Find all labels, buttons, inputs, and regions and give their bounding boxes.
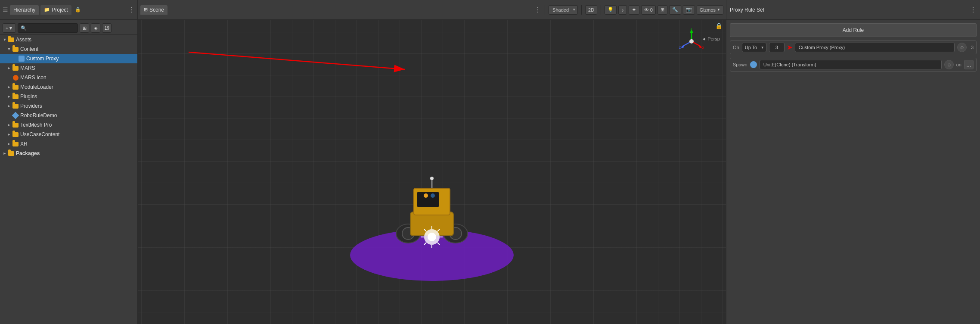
axis-gizmo: y x z bbox=[679, 28, 704, 54]
svg-line-19 bbox=[424, 243, 426, 245]
tree-item-robo-rule-demo[interactable]: RoboRuleDemo bbox=[0, 111, 137, 120]
scene-header: ⊞ Scene ⋮ Shaded 2D 💡 ♪ ✦ 👁 0 bbox=[138, 0, 726, 19]
svg-point-10 bbox=[430, 177, 434, 180]
svg-point-32 bbox=[689, 39, 694, 44]
eye-dropdown[interactable]: 👁 0 bbox=[641, 5, 656, 15]
arrow-mars-icon bbox=[6, 75, 12, 81]
hash-icon: ⊞ bbox=[144, 7, 148, 12]
arrow-providers bbox=[6, 103, 12, 109]
search-input[interactable] bbox=[28, 25, 75, 31]
grid-dropdown[interactable]: ⊞ bbox=[657, 5, 667, 15]
rule-object-field: Custom Proxy (Proxy) bbox=[795, 43, 955, 52]
hierarchy-header: ☰ Hierarchy 📁 Project 🔒 ⋮ bbox=[0, 0, 137, 19]
add-rule-button[interactable]: Add Rule bbox=[730, 23, 977, 37]
tab-hierarchy[interactable]: Hierarchy bbox=[10, 5, 39, 15]
rule-number-badge: 3 bbox=[971, 45, 974, 50]
condition-dropdown[interactable]: Up To bbox=[742, 43, 766, 52]
project-tab-label: Project bbox=[52, 7, 68, 13]
rule-number-input[interactable] bbox=[769, 43, 785, 52]
more-icon-scene[interactable]: ⋮ bbox=[534, 6, 541, 14]
tree-item-mars[interactable]: MARS bbox=[0, 63, 137, 73]
label-providers: Providers bbox=[20, 103, 42, 109]
wrench-icon: 🔧 bbox=[672, 7, 678, 12]
axis-gizmo-svg: y x z bbox=[679, 28, 704, 54]
gizmos-arrow: ▼ bbox=[717, 8, 720, 12]
search-box[interactable]: 🔍 bbox=[18, 23, 78, 33]
wrench-button[interactable]: 🔧 bbox=[669, 5, 681, 15]
sphere-icon-mars bbox=[12, 74, 19, 81]
rule-object-label: Custom Proxy (Proxy) bbox=[799, 45, 845, 50]
cube-icon-custom-proxy bbox=[18, 55, 25, 62]
shaded-dropdown-wrapper[interactable]: Shaded bbox=[549, 5, 578, 15]
rule-target-button[interactable]: ⊙ bbox=[957, 43, 967, 52]
effects-button[interactable]: ✦ bbox=[629, 5, 639, 15]
light-button[interactable]: 💡 bbox=[605, 5, 617, 15]
arrow-plugins bbox=[6, 93, 12, 100]
spawn-object-field: UnitE(Clone) (Transform) bbox=[760, 60, 942, 69]
spawn-more-button[interactable]: ... bbox=[964, 60, 974, 69]
svg-rect-34 bbox=[754, 65, 756, 67]
gizmos-button[interactable]: Gizmos ▼ bbox=[697, 5, 723, 15]
transform-icon-svg bbox=[751, 62, 756, 67]
label-xr: XR bbox=[20, 141, 28, 147]
label-textmesh: TextMesh Pro bbox=[20, 122, 52, 128]
more-icon-hierarchy[interactable]: ⋮ bbox=[128, 6, 135, 14]
folder-icon-content bbox=[12, 46, 19, 53]
tab-scene[interactable]: ⊞ Scene bbox=[140, 5, 167, 15]
tree-item-xr[interactable]: XR bbox=[0, 139, 137, 149]
arrow-use-case bbox=[6, 131, 12, 137]
sound-button[interactable]: ♪ bbox=[618, 5, 627, 15]
tree-item-packages[interactable]: Packages bbox=[0, 149, 137, 158]
condition-dropdown-wrapper[interactable]: Up To bbox=[742, 43, 766, 52]
tree-item-assets[interactable]: Assets bbox=[0, 35, 137, 44]
label-mars-icon: MARS Icon bbox=[20, 75, 47, 81]
menu-icon: ☰ bbox=[3, 6, 8, 13]
main-content: +▼ 🔍 ⊞ ◈ 19 Assets bbox=[0, 20, 980, 324]
arrow-module-loader bbox=[6, 84, 12, 90]
filter-btn[interactable]: ◈ bbox=[91, 23, 100, 33]
search-icon: 🔍 bbox=[21, 25, 27, 31]
proxy-panel-header: Proxy Rule Set ⋮ bbox=[726, 0, 980, 19]
arrow-content bbox=[6, 46, 12, 52]
spawn-target-button[interactable]: ⊙ bbox=[944, 60, 954, 69]
persp-label: ◄ Persp bbox=[701, 36, 720, 41]
svg-marker-30 bbox=[681, 45, 684, 48]
tree-item-textmesh[interactable]: TextMesh Pro bbox=[0, 120, 137, 130]
tree-item-providers[interactable]: Providers bbox=[0, 101, 137, 111]
label-content: Content bbox=[20, 46, 38, 52]
sep1 bbox=[545, 5, 545, 15]
filter-icon: ◈ bbox=[94, 25, 97, 31]
options-icon: ⊞ bbox=[83, 25, 87, 31]
robot-model bbox=[393, 160, 471, 255]
folder-icon-assets bbox=[8, 36, 15, 43]
badge-btn[interactable]: 19 bbox=[102, 23, 112, 33]
more-icon-proxy[interactable]: ⋮ bbox=[970, 6, 977, 14]
add-button[interactable]: +▼ bbox=[3, 23, 16, 33]
tab-project[interactable]: 📁 Project bbox=[40, 5, 71, 15]
tree-item-plugins[interactable]: Plugins bbox=[0, 92, 137, 101]
spawn-label: Spawn bbox=[733, 62, 747, 67]
folder-icon-textmesh bbox=[12, 122, 19, 128]
svg-point-8 bbox=[431, 193, 435, 198]
folder-icon-use-case bbox=[12, 131, 19, 138]
tree-item-module-loader[interactable]: ModuleLoader bbox=[0, 82, 137, 92]
svg-text:z: z bbox=[679, 45, 681, 50]
tree-item-use-case[interactable]: UseCaseContent bbox=[0, 130, 137, 139]
tree-item-content[interactable]: Content bbox=[0, 44, 137, 54]
tree-item-mars-icon[interactable]: MARS Icon bbox=[0, 73, 137, 82]
gizmos-label: Gizmos bbox=[700, 7, 716, 12]
options-btn[interactable]: ⊞ bbox=[80, 23, 89, 33]
svg-marker-24 bbox=[690, 29, 693, 33]
tree-item-custom-proxy[interactable]: Custom Proxy bbox=[0, 54, 137, 63]
hierarchy-tab-label: Hierarchy bbox=[13, 7, 35, 13]
arrow-assets bbox=[2, 37, 8, 43]
top-bar: ☰ Hierarchy 📁 Project 🔒 ⋮ ⊞ Scene ⋮ Shad… bbox=[0, 0, 980, 20]
effects-icon: ✦ bbox=[632, 6, 636, 13]
svg-line-20 bbox=[437, 243, 440, 245]
arrow-mars bbox=[6, 65, 12, 71]
camera-dropdown[interactable]: 📷 bbox=[683, 5, 695, 15]
twod-button[interactable]: 2D bbox=[585, 5, 597, 15]
shaded-dropdown[interactable]: Shaded bbox=[549, 5, 578, 15]
spawn-on-label: on bbox=[956, 62, 961, 67]
twod-label: 2D bbox=[588, 7, 594, 12]
